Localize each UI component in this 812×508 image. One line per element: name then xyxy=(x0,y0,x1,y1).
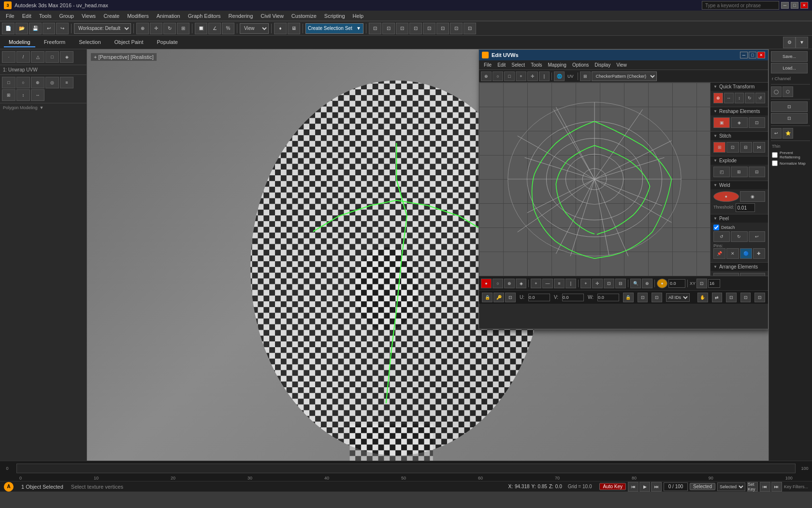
polygon-btn[interactable]: □ xyxy=(45,51,59,63)
pin-btn2[interactable]: ✕ xyxy=(726,248,739,259)
tb-misc5[interactable]: ⊡ xyxy=(423,23,435,34)
edge-btn[interactable]: / xyxy=(16,51,30,63)
face-btn[interactable]: △ xyxy=(31,51,44,63)
tb-misc1[interactable]: ⊡ xyxy=(369,23,381,34)
key-filter-next[interactable]: ⏭ xyxy=(771,482,782,492)
redo-button[interactable]: ↪ xyxy=(56,23,69,34)
explode-header[interactable]: ▼ Explode xyxy=(710,156,768,165)
rotate-button[interactable]: ↻ xyxy=(163,23,176,34)
mod-tool-8[interactable]: ↔ xyxy=(31,89,44,101)
new-button[interactable]: 📄 xyxy=(2,23,14,34)
peel-header[interactable]: ▼ Peel xyxy=(710,214,768,223)
uv-tb-rect[interactable]: □ xyxy=(504,71,515,81)
reshape-header[interactable]: ▼ Reshape Elements xyxy=(710,107,768,115)
uv-menu-file[interactable]: File xyxy=(481,61,494,69)
menu-animation[interactable]: Animation xyxy=(153,12,184,20)
tb-misc4[interactable]: ⊡ xyxy=(409,23,422,34)
uv-bottom-btn4[interactable]: ◈ xyxy=(516,279,526,288)
mod-tool-7[interactable]: ↕ xyxy=(16,89,30,101)
peel-btn2[interactable]: ↻ xyxy=(731,231,747,242)
uv-bottom-btn3[interactable]: ⊕ xyxy=(504,279,515,288)
uv-st-lock[interactable]: 🔒 xyxy=(623,293,634,302)
uv-menu-view[interactable]: View xyxy=(613,61,630,69)
uv-bottom-btn8[interactable]: | xyxy=(566,279,576,288)
uv-close[interactable]: ✕ xyxy=(757,52,765,58)
set-key-btn[interactable]: Set Key xyxy=(747,482,758,492)
uv-bottom-btn1[interactable]: ● xyxy=(481,279,492,288)
st-btn1[interactable]: ⊞ xyxy=(713,142,725,153)
uv-menu-mapping[interactable]: Mapping xyxy=(545,61,569,69)
uv-bottom-btn2[interactable]: ○ xyxy=(493,279,503,288)
st-btn2[interactable]: ⊡ xyxy=(726,142,739,153)
sphere-icon1[interactable]: ◯ xyxy=(771,86,782,97)
tb-misc6[interactable]: ⊡ xyxy=(436,23,449,34)
viewport[interactable]: + [Perspective] [Realistic] xyxy=(87,49,768,461)
material-editor[interactable]: ♦ xyxy=(274,23,287,34)
uv-menu-tools[interactable]: Tools xyxy=(528,61,545,69)
settings-button[interactable]: ⚙ xyxy=(783,37,796,48)
quick-transform-header[interactable]: ▼ Quick Transform xyxy=(710,83,768,91)
load-btn[interactable]: Load... xyxy=(771,63,808,73)
threshold-input[interactable] xyxy=(736,203,755,212)
render-setup[interactable]: 🖥 xyxy=(288,23,300,34)
tb-misc2[interactable]: ⊡ xyxy=(382,23,395,34)
tb-misc7[interactable]: ⊡ xyxy=(450,23,463,34)
uv-editor-window[interactable]: Edit UVWs ─ □ ✕ File Edit Select Tools M… xyxy=(478,49,768,329)
weld-header[interactable]: ▼ Weld xyxy=(710,181,768,189)
sphere-icon2[interactable]: ⬡ xyxy=(783,86,793,97)
detach-checkbox[interactable] xyxy=(713,225,719,230)
weld-btn2[interactable]: ◉ xyxy=(740,191,766,202)
peel-btn1[interactable]: ↺ xyxy=(713,231,730,242)
menu-edit[interactable]: Edit xyxy=(18,12,35,20)
mod-tool-1[interactable]: □ xyxy=(2,77,15,88)
stitch-header[interactable]: ▼ Stitch xyxy=(710,132,768,140)
peel-btn3[interactable]: ↩ xyxy=(749,231,765,242)
uv-tb-move[interactable]: ✛ xyxy=(527,71,538,81)
uv-bottom-btn11[interactable]: ⊡ xyxy=(604,279,614,288)
pin-btn3[interactable]: 🔵 xyxy=(740,248,752,259)
uv-tb-globe[interactable]: 🌐 xyxy=(554,71,565,81)
scale-button[interactable]: ⊞ xyxy=(177,23,189,34)
tab-object-paint[interactable]: Object Paint xyxy=(110,38,148,47)
arr-btn2[interactable]: ⊟ xyxy=(740,273,766,276)
qt-btn5[interactable]: ↺ xyxy=(755,93,765,103)
mod-tool-6[interactable]: ⊞ xyxy=(2,89,15,101)
pin-btn1[interactable]: 📌 xyxy=(713,248,725,259)
all-ids-dropdown[interactable]: All IDs xyxy=(666,293,690,302)
menu-help[interactable]: Help xyxy=(349,12,368,20)
close-button[interactable]: ✕ xyxy=(800,2,808,9)
misc-btn2[interactable]: ⊡ xyxy=(771,113,808,124)
uv-st-more2[interactable]: ⊡ xyxy=(740,293,751,302)
icon2[interactable]: ⭐ xyxy=(783,128,793,139)
v-input[interactable] xyxy=(562,294,584,301)
selected-dropdown[interactable]: Selected xyxy=(717,482,745,491)
uv-bottom-btn13[interactable]: 🔍 xyxy=(630,279,641,288)
maximize-button[interactable]: □ xyxy=(791,2,798,9)
options-button[interactable]: ▼ xyxy=(796,37,808,48)
search-input[interactable] xyxy=(702,1,779,10)
uv-bottom-btn6[interactable]: — xyxy=(542,279,553,288)
tab-populate[interactable]: Populate xyxy=(152,38,182,47)
tab-freeform[interactable]: Freeform xyxy=(39,38,71,47)
weld-btn1[interactable]: ● xyxy=(713,191,739,202)
uv-restore[interactable]: □ xyxy=(749,52,756,58)
uv-menu-options[interactable]: Options xyxy=(569,61,592,69)
play-btn[interactable]: ▶ xyxy=(639,482,650,492)
save-button[interactable]: 💾 xyxy=(29,23,42,34)
minimize-button[interactable]: ─ xyxy=(781,2,789,9)
menu-graph-editors[interactable]: Graph Editors xyxy=(184,12,225,20)
uv-st-btn4[interactable]: ⊡ xyxy=(638,293,648,302)
ex-btn1[interactable]: ◰ xyxy=(713,167,730,177)
frame-input[interactable] xyxy=(664,482,688,491)
st-btn4[interactable]: ⋈ xyxy=(753,142,765,153)
vertex-btn[interactable]: · xyxy=(2,51,15,63)
misc-btn1[interactable]: ⊡ xyxy=(771,101,808,112)
menu-civil-view[interactable]: Civil View xyxy=(257,12,287,20)
percent-snap[interactable]: % xyxy=(222,23,234,34)
ex-btn2[interactable]: ⊞ xyxy=(731,167,747,177)
mod-tool-4[interactable]: ◎ xyxy=(45,77,59,88)
uv-bottom-btn7[interactable]: ≡ xyxy=(554,279,565,288)
normalize-checkbox[interactable] xyxy=(772,160,778,166)
arrange-header[interactable]: ▼ Arrange Elements xyxy=(710,263,768,271)
key-filter-prev[interactable]: ⏮ xyxy=(760,482,770,492)
